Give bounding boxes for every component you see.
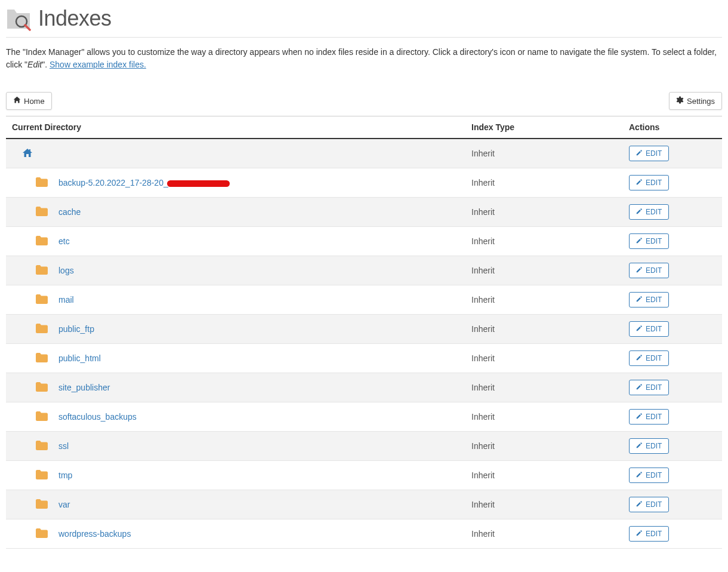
- header-index-type: Index Type: [471, 116, 629, 139]
- directory-link[interactable]: backup-5.20.2022_17-28-20_: [58, 178, 168, 187]
- index-type-cell: Inherit: [471, 461, 629, 490]
- edit-button[interactable]: EDIT: [629, 409, 669, 425]
- table-row: backup-5.20.2022_17-28-20_InheritEDIT: [6, 168, 722, 198]
- directory-cell: tmp: [23, 470, 465, 481]
- folder-icon[interactable]: [36, 207, 48, 218]
- pencil-icon: [636, 179, 643, 187]
- edit-button-label: EDIT: [646, 208, 662, 216]
- edit-button-label: EDIT: [646, 530, 662, 538]
- index-type-cell: Inherit: [471, 519, 629, 549]
- folder-icon[interactable]: [36, 265, 48, 276]
- directory-cell: public_ftp: [23, 324, 465, 335]
- directory-link[interactable]: tmp: [58, 470, 72, 480]
- table-row: logsInheritEDIT: [6, 256, 722, 285]
- folder-icon[interactable]: [36, 177, 48, 189]
- home-icon[interactable]: [23, 150, 32, 159]
- edit-button-label: EDIT: [646, 179, 662, 187]
- edit-button[interactable]: EDIT: [629, 321, 669, 337]
- directory-cell: var: [23, 499, 465, 511]
- index-type-cell: Inherit: [471, 198, 629, 227]
- header-actions: Actions: [629, 116, 722, 139]
- edit-button-label: EDIT: [646, 266, 662, 275]
- index-type-cell: Inherit: [471, 256, 629, 285]
- index-type-cell: Inherit: [471, 432, 629, 461]
- table-row: etcInheritEDIT: [6, 227, 722, 256]
- pencil-icon: [636, 266, 643, 275]
- folder-icon[interactable]: [36, 470, 48, 481]
- settings-button-label: Settings: [687, 97, 715, 106]
- edit-button-label: EDIT: [646, 442, 662, 450]
- directory-link[interactable]: public_ftp: [58, 324, 94, 334]
- folder-icon[interactable]: [36, 294, 48, 306]
- directory-link[interactable]: softaculous_backups: [58, 412, 137, 422]
- edit-button[interactable]: EDIT: [629, 204, 669, 220]
- home-button-label: Home: [24, 97, 45, 106]
- edit-button[interactable]: EDIT: [629, 175, 669, 190]
- folder-icon[interactable]: [36, 528, 48, 540]
- folder-icon[interactable]: [36, 236, 48, 247]
- directory-link[interactable]: site_publisher: [58, 383, 110, 392]
- pencil-icon: [636, 442, 643, 450]
- settings-button[interactable]: Settings: [669, 92, 722, 110]
- table-row: sslInheritEDIT: [6, 432, 722, 461]
- pencil-icon: [636, 500, 643, 509]
- index-type-cell: Inherit: [471, 285, 629, 315]
- home-icon: [13, 96, 21, 106]
- edit-button[interactable]: EDIT: [629, 350, 669, 366]
- page-description: The "Index Manager" allows you to custom…: [6, 38, 722, 83]
- directory-link[interactable]: ssl: [58, 441, 69, 451]
- table-row: varInheritEDIT: [6, 490, 722, 519]
- show-example-link[interactable]: Show example index files.: [50, 60, 146, 69]
- toolbar: Home Settings: [6, 83, 722, 110]
- home-index-type: Inherit: [471, 139, 629, 168]
- directory-link[interactable]: public_html: [58, 353, 101, 363]
- folder-icon[interactable]: [36, 353, 48, 364]
- folder-icon[interactable]: [36, 382, 48, 393]
- edit-button-label: EDIT: [646, 237, 662, 245]
- directory-link[interactable]: etc: [58, 236, 70, 246]
- directory-cell: ssl: [23, 441, 465, 452]
- home-directory-row: Inherit EDIT: [6, 139, 722, 168]
- edit-button[interactable]: EDIT: [629, 292, 669, 307]
- directory-link[interactable]: cache: [58, 207, 81, 217]
- table-header-row: Current Directory Index Type Actions: [6, 116, 722, 139]
- edit-button-label: EDIT: [646, 383, 662, 392]
- edit-button[interactable]: EDIT: [629, 497, 669, 512]
- table-row: site_publisherInheritEDIT: [6, 373, 722, 402]
- indexes-icon: [6, 6, 31, 31]
- index-type-cell: Inherit: [471, 315, 629, 344]
- index-type-cell: Inherit: [471, 168, 629, 198]
- directory-cell: public_html: [23, 353, 465, 364]
- table-row: wordpress-backupsInheritEDIT: [6, 519, 722, 549]
- pencil-icon: [636, 208, 643, 216]
- edit-button[interactable]: EDIT: [629, 263, 669, 278]
- directory-link[interactable]: var: [58, 500, 70, 509]
- directory-link[interactable]: logs: [58, 266, 74, 275]
- pencil-icon: [636, 413, 643, 421]
- description-text-2: ".: [42, 60, 50, 69]
- edit-button[interactable]: EDIT: [629, 438, 669, 454]
- edit-button[interactable]: EDIT: [629, 233, 669, 249]
- index-type-cell: Inherit: [471, 490, 629, 519]
- table-row: cacheInheritEDIT: [6, 198, 722, 227]
- folder-icon[interactable]: [36, 499, 48, 511]
- pencil-icon: [636, 530, 643, 538]
- index-type-cell: Inherit: [471, 344, 629, 373]
- directory-link[interactable]: wordpress-backups: [58, 529, 131, 539]
- redacted-segment: [167, 180, 230, 187]
- table-row: mailInheritEDIT: [6, 285, 722, 315]
- pencil-icon: [636, 296, 643, 304]
- directory-cell: mail: [23, 294, 465, 306]
- table-row: softaculous_backupsInheritEDIT: [6, 402, 722, 432]
- folder-icon[interactable]: [36, 324, 48, 335]
- home-button[interactable]: Home: [6, 92, 52, 110]
- folder-icon[interactable]: [36, 441, 48, 452]
- folder-icon[interactable]: [36, 411, 48, 423]
- edit-button[interactable]: EDIT: [629, 468, 669, 483]
- edit-button-label: EDIT: [646, 354, 662, 362]
- edit-button[interactable]: EDIT: [629, 146, 669, 161]
- directory-link[interactable]: mail: [58, 295, 74, 305]
- page-title: Indexes: [38, 6, 112, 31]
- edit-button[interactable]: EDIT: [629, 380, 669, 395]
- edit-button[interactable]: EDIT: [629, 526, 669, 542]
